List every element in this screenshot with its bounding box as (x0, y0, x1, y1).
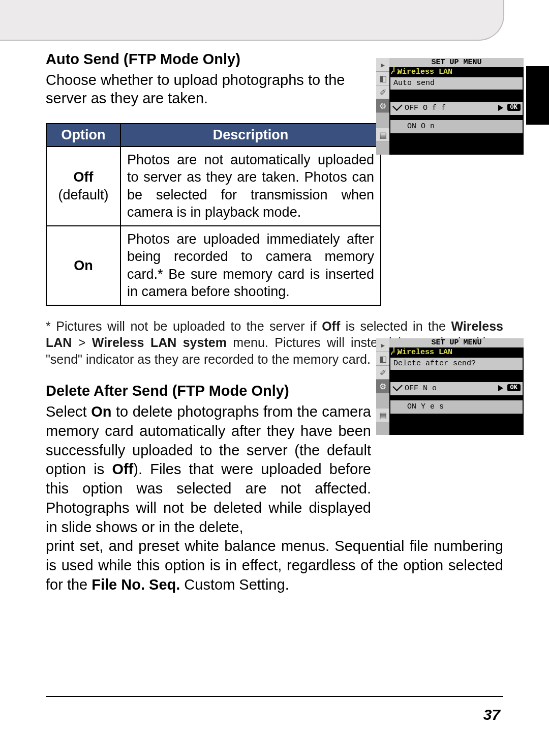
lcd-sidebar: ▸ ◧ ✐ ⚙ ▤ (376, 58, 389, 155)
card-icon: ▤ (376, 409, 389, 422)
pencil-icon: ✐ (376, 85, 389, 99)
lcd-option-no: OFF N o OK (390, 382, 523, 395)
card-icon: ▤ (376, 128, 389, 142)
delete-after-send-p1: Select On to delete photographs from the… (46, 402, 371, 537)
footer-rule (46, 696, 503, 697)
th-option: Option (46, 124, 120, 147)
camera-lcd-delete-after-send: ▸ ◧ ✐ ⚙ ▤ SET UP MENU Wireless LAN Delet… (376, 338, 524, 435)
camera-lcd-auto-send: ▸ ◧ ✐ ⚙ ▤ SET UP MENU Wireless LAN Auto … (376, 58, 524, 155)
play-icon: ▸ (376, 338, 389, 352)
antenna-icon (390, 347, 398, 355)
check-icon (392, 381, 403, 391)
camera-icon: ◧ (376, 72, 389, 85)
page-number: 37 (483, 706, 500, 723)
desc-off-cell: Photos are not automatically uploaded to… (120, 147, 381, 226)
setup-icon: ⚙ (376, 380, 389, 393)
triangle-icon (498, 385, 503, 391)
side-tab-marker (526, 66, 549, 125)
camera-icon: ◧ (376, 352, 389, 366)
table-row: On Photos are uploaded immediately after… (46, 226, 381, 305)
lcd-option-off: OFF O f f OK (390, 102, 523, 115)
lcd-menu-header: Auto send (390, 77, 523, 90)
lcd-option-on: ON O n (390, 120, 523, 133)
lcd-breadcrumb: Wireless LAN (390, 347, 523, 358)
ok-badge: OK (507, 104, 521, 111)
triangle-icon (498, 105, 503, 111)
option-on-cell: On (46, 226, 120, 305)
options-table: Option Description Off (default) Photos … (46, 123, 381, 306)
lcd-title: SET UP MENU (389, 58, 524, 67)
lcd-breadcrumb: Wireless LAN (390, 67, 523, 77)
lcd-title: SET UP MENU (389, 338, 524, 347)
check-icon (392, 101, 403, 111)
page-content: Auto Send (FTP Mode Only) Choose whether… (46, 51, 503, 594)
page-top-banner (0, 0, 504, 41)
lcd-menu-header: Delete after send? (390, 358, 523, 370)
lcd-option-yes: ON Y e s (390, 400, 523, 414)
setup-icon: ⚙ (376, 99, 389, 113)
option-off-cell: Off (default) (46, 147, 120, 226)
th-description: Description (120, 124, 381, 147)
ok-badge: OK (507, 384, 521, 391)
desc-on-cell: Photos are uploaded immediately after be… (120, 226, 381, 305)
pencil-icon: ✐ (376, 366, 389, 380)
table-row: Off (default) Photos are not automatical… (46, 147, 381, 226)
intro-auto-send: Choose whether to upload photographs to … (46, 71, 371, 108)
delete-after-send-p2: print set, and preset white balance menu… (46, 537, 503, 594)
play-icon: ▸ (376, 58, 389, 72)
lcd-sidebar: ▸ ◧ ✐ ⚙ ▤ (376, 338, 389, 435)
antenna-icon (390, 67, 398, 74)
